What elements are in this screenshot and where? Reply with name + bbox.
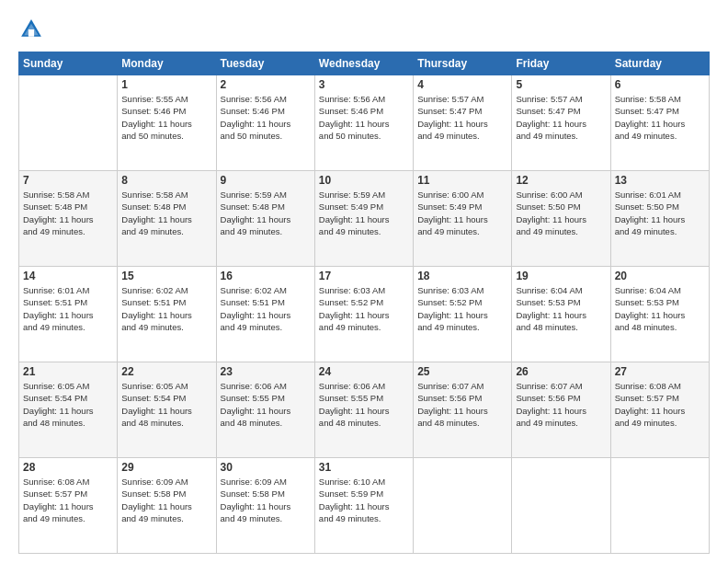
week-row-5: 28Sunrise: 6:08 AMSunset: 5:57 PMDayligh… <box>19 458 710 554</box>
header-day-monday: Monday <box>118 52 216 75</box>
day-number: 27 <box>615 365 705 378</box>
day-info: Sunrise: 5:57 AMSunset: 5:47 PMDaylight:… <box>516 93 606 142</box>
day-info: Sunrise: 6:04 AMSunset: 5:53 PMDaylight:… <box>516 284 606 333</box>
day-number: 19 <box>516 270 606 282</box>
day-number: 5 <box>516 78 606 91</box>
day-cell: 14Sunrise: 6:01 AMSunset: 5:51 PMDayligh… <box>19 267 118 362</box>
day-number: 10 <box>319 174 409 187</box>
day-info: Sunrise: 5:58 AMSunset: 5:47 PMDaylight:… <box>615 93 705 142</box>
day-number: 25 <box>417 365 507 378</box>
day-info: Sunrise: 6:03 AMSunset: 5:52 PMDaylight:… <box>417 284 507 333</box>
day-number: 1 <box>121 78 211 91</box>
calendar-body: 1Sunrise: 5:55 AMSunset: 5:46 PMDaylight… <box>19 75 710 554</box>
week-row-4: 21Sunrise: 6:05 AMSunset: 5:54 PMDayligh… <box>19 362 710 458</box>
logo <box>18 17 48 42</box>
day-cell <box>610 458 709 554</box>
day-number: 14 <box>23 270 113 282</box>
day-number: 21 <box>23 365 113 378</box>
header-day-thursday: Thursday <box>414 52 512 75</box>
day-info: Sunrise: 6:09 AMSunset: 5:58 PMDaylight:… <box>221 476 311 524</box>
week-row-2: 7Sunrise: 5:58 AMSunset: 5:48 PMDaylight… <box>19 171 710 267</box>
day-number: 4 <box>417 78 507 91</box>
day-number: 8 <box>121 174 211 187</box>
day-number: 11 <box>417 174 507 187</box>
day-number: 28 <box>23 461 113 474</box>
day-cell: 18Sunrise: 6:03 AMSunset: 5:52 PMDayligh… <box>414 267 512 362</box>
day-info: Sunrise: 6:06 AMSunset: 5:55 PMDaylight:… <box>221 380 311 429</box>
header-day-saturday: Saturday <box>610 52 709 75</box>
day-cell: 1Sunrise: 5:55 AMSunset: 5:46 PMDaylight… <box>118 75 216 171</box>
day-cell: 2Sunrise: 5:56 AMSunset: 5:46 PMDaylight… <box>216 75 314 171</box>
day-info: Sunrise: 6:10 AMSunset: 5:59 PMDaylight:… <box>319 476 409 524</box>
day-cell: 17Sunrise: 6:03 AMSunset: 5:52 PMDayligh… <box>314 267 413 362</box>
day-info: Sunrise: 6:00 AMSunset: 5:50 PMDaylight:… <box>516 189 606 237</box>
day-cell: 11Sunrise: 6:00 AMSunset: 5:49 PMDayligh… <box>414 171 512 267</box>
day-cell: 4Sunrise: 5:57 AMSunset: 5:47 PMDaylight… <box>414 75 512 171</box>
day-number: 23 <box>221 365 311 378</box>
day-number: 15 <box>121 270 211 282</box>
day-number: 29 <box>121 461 211 474</box>
day-cell: 9Sunrise: 5:59 AMSunset: 5:48 PMDaylight… <box>216 171 314 267</box>
day-info: Sunrise: 6:05 AMSunset: 5:54 PMDaylight:… <box>23 380 113 429</box>
day-cell: 12Sunrise: 6:00 AMSunset: 5:50 PMDayligh… <box>512 171 610 267</box>
day-cell <box>19 75 118 171</box>
day-cell: 19Sunrise: 6:04 AMSunset: 5:53 PMDayligh… <box>512 267 610 362</box>
day-info: Sunrise: 6:05 AMSunset: 5:54 PMDaylight:… <box>121 380 211 429</box>
day-cell: 24Sunrise: 6:06 AMSunset: 5:55 PMDayligh… <box>314 362 413 458</box>
day-number: 30 <box>221 461 311 474</box>
day-number: 12 <box>516 174 606 187</box>
day-info: Sunrise: 6:06 AMSunset: 5:55 PMDaylight:… <box>319 380 409 429</box>
day-info: Sunrise: 6:07 AMSunset: 5:56 PMDaylight:… <box>516 380 606 429</box>
day-cell: 30Sunrise: 6:09 AMSunset: 5:58 PMDayligh… <box>216 458 314 554</box>
day-info: Sunrise: 5:56 AMSunset: 5:46 PMDaylight:… <box>319 93 409 142</box>
calendar-header: SundayMondayTuesdayWednesdayThursdayFrid… <box>19 52 710 75</box>
day-cell: 22Sunrise: 6:05 AMSunset: 5:54 PMDayligh… <box>118 362 216 458</box>
day-cell: 10Sunrise: 5:59 AMSunset: 5:49 PMDayligh… <box>314 171 413 267</box>
day-cell: 13Sunrise: 6:01 AMSunset: 5:50 PMDayligh… <box>610 171 709 267</box>
day-cell: 27Sunrise: 6:08 AMSunset: 5:57 PMDayligh… <box>610 362 709 458</box>
day-cell <box>414 458 512 554</box>
day-number: 31 <box>319 461 409 474</box>
day-info: Sunrise: 5:59 AMSunset: 5:48 PMDaylight:… <box>221 189 311 237</box>
week-row-1: 1Sunrise: 5:55 AMSunset: 5:46 PMDaylight… <box>19 75 710 171</box>
header <box>18 17 710 42</box>
day-cell: 28Sunrise: 6:08 AMSunset: 5:57 PMDayligh… <box>19 458 118 554</box>
day-number: 18 <box>417 270 507 282</box>
day-info: Sunrise: 6:01 AMSunset: 5:50 PMDaylight:… <box>615 189 705 237</box>
day-info: Sunrise: 6:00 AMSunset: 5:49 PMDaylight:… <box>417 189 507 237</box>
day-info: Sunrise: 5:59 AMSunset: 5:49 PMDaylight:… <box>319 189 409 237</box>
day-number: 24 <box>319 365 409 378</box>
day-cell: 16Sunrise: 6:02 AMSunset: 5:51 PMDayligh… <box>216 267 314 362</box>
calendar-table: SundayMondayTuesdayWednesdayThursdayFrid… <box>18 52 710 554</box>
day-cell: 25Sunrise: 6:07 AMSunset: 5:56 PMDayligh… <box>414 362 512 458</box>
day-cell: 7Sunrise: 5:58 AMSunset: 5:48 PMDaylight… <box>19 171 118 267</box>
day-info: Sunrise: 5:55 AMSunset: 5:46 PMDaylight:… <box>121 93 211 142</box>
day-number: 13 <box>615 174 705 187</box>
day-cell: 21Sunrise: 6:05 AMSunset: 5:54 PMDayligh… <box>19 362 118 458</box>
day-cell <box>512 458 610 554</box>
day-info: Sunrise: 6:01 AMSunset: 5:51 PMDaylight:… <box>23 284 113 333</box>
day-cell: 31Sunrise: 6:10 AMSunset: 5:59 PMDayligh… <box>314 458 413 554</box>
header-row: SundayMondayTuesdayWednesdayThursdayFrid… <box>19 52 710 75</box>
day-info: Sunrise: 6:07 AMSunset: 5:56 PMDaylight:… <box>417 380 507 429</box>
day-info: Sunrise: 5:58 AMSunset: 5:48 PMDaylight:… <box>121 189 211 237</box>
day-cell: 6Sunrise: 5:58 AMSunset: 5:47 PMDaylight… <box>610 75 709 171</box>
header-day-wednesday: Wednesday <box>314 52 413 75</box>
day-number: 7 <box>23 174 113 187</box>
day-info: Sunrise: 6:09 AMSunset: 5:58 PMDaylight:… <box>121 476 211 524</box>
day-info: Sunrise: 6:08 AMSunset: 5:57 PMDaylight:… <box>23 476 113 524</box>
day-info: Sunrise: 6:02 AMSunset: 5:51 PMDaylight:… <box>221 284 311 333</box>
day-cell: 15Sunrise: 6:02 AMSunset: 5:51 PMDayligh… <box>118 267 216 362</box>
day-number: 16 <box>221 270 311 282</box>
day-info: Sunrise: 5:56 AMSunset: 5:46 PMDaylight:… <box>221 93 311 142</box>
day-info: Sunrise: 6:04 AMSunset: 5:53 PMDaylight:… <box>615 284 705 333</box>
day-cell: 20Sunrise: 6:04 AMSunset: 5:53 PMDayligh… <box>610 267 709 362</box>
header-day-friday: Friday <box>512 52 610 75</box>
day-cell: 5Sunrise: 5:57 AMSunset: 5:47 PMDaylight… <box>512 75 610 171</box>
day-info: Sunrise: 5:58 AMSunset: 5:48 PMDaylight:… <box>23 189 113 237</box>
week-row-3: 14Sunrise: 6:01 AMSunset: 5:51 PMDayligh… <box>19 267 710 362</box>
day-cell: 8Sunrise: 5:58 AMSunset: 5:48 PMDaylight… <box>118 171 216 267</box>
day-cell: 26Sunrise: 6:07 AMSunset: 5:56 PMDayligh… <box>512 362 610 458</box>
header-day-tuesday: Tuesday <box>216 52 314 75</box>
day-cell: 23Sunrise: 6:06 AMSunset: 5:55 PMDayligh… <box>216 362 314 458</box>
